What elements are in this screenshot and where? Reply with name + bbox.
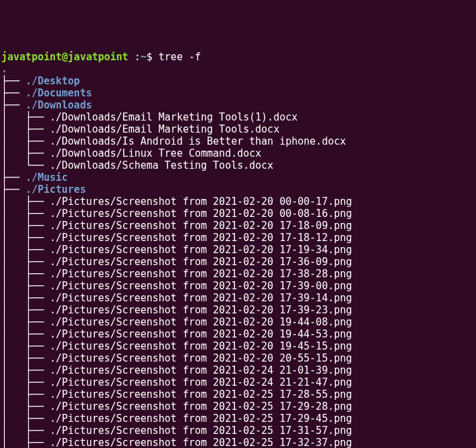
file-name: ./Pictures/Screenshot from 2021-02-20 17… (50, 304, 352, 316)
file-name: ./Pictures/Screenshot from 2021-02-24 21… (50, 364, 352, 376)
file-name: ./Pictures/Screenshot from 2021-02-20 00… (50, 208, 352, 220)
file-name: ./Pictures/Screenshot from 2021-02-20 17… (50, 232, 352, 244)
tree-branch: │ ├── (1, 340, 50, 352)
tree-row-dir: ├── ./Pictures (1, 183, 86, 196)
downloads-file-list: │ ├── ./Downloads/Email Marketing Tools(… (1, 111, 346, 171)
file-name: ./Pictures/Screenshot from 2021-02-20 17… (50, 292, 352, 304)
tree-branch: │ ├── (1, 292, 50, 304)
prompt-line[interactable]: javatpoint@javatpoint :~$ tree -f (1, 51, 201, 63)
tree-row-file: │ ├── ./Pictures/Screenshot from 2021-02… (1, 220, 352, 232)
tree-branch: │ ├── (1, 304, 50, 316)
tree-branch: │ └── (1, 159, 50, 171)
tree-row-file: │ ├── ./Pictures/Screenshot from 2021-02… (1, 244, 352, 256)
file-name: ./Pictures/Screenshot from 2021-02-24 21… (50, 376, 352, 388)
dir-desktop: ./Desktop (25, 75, 80, 87)
tree-branch: │ ├── (1, 413, 50, 425)
dir-music: ./Music (25, 171, 68, 183)
file-name: ./Pictures/Screenshot from 2021-02-20 19… (50, 340, 352, 352)
tree-root: . (1, 63, 7, 75)
tree-row-file: │ ├── ./Pictures/Screenshot from 2021-02… (1, 208, 352, 220)
tree-branch: │ ├── (1, 328, 50, 340)
tree-branch: │ ├── (1, 388, 50, 400)
tree-row-file: │ └── ./Downloads/Schema Testing Tools.d… (1, 159, 273, 171)
tree-branch: │ ├── (1, 400, 50, 413)
tree-branch: │ ├── (1, 147, 50, 159)
terminal-output: javatpoint@javatpoint :~$ tree -f . ├── … (1, 51, 475, 448)
file-name: ./Downloads/Email Marketing Tools.docx (50, 123, 279, 135)
tree-row-file: │ ├── ./Pictures/Screenshot from 2021-02… (1, 352, 352, 364)
dir-downloads: ./Downloads (25, 99, 92, 111)
tree-branch: │ ├── (1, 135, 50, 147)
tree-row-file: │ ├── ./Pictures/Screenshot from 2021-02… (1, 268, 352, 280)
tree-branch: │ ├── (1, 232, 50, 244)
tree-branch: │ ├── (1, 376, 50, 388)
file-name: ./Pictures/Screenshot from 2021-02-20 19… (50, 328, 352, 340)
file-name: ./Pictures/Screenshot from 2021-02-20 17… (50, 244, 352, 256)
tree-branch: │ ├── (1, 364, 50, 376)
tree-branch: │ ├── (1, 256, 50, 268)
tree-row-file: │ ├── ./Downloads/Is Android is Better t… (1, 135, 346, 147)
tree-row-dir: ├── ./Music (1, 171, 68, 183)
file-name: ./Pictures/Screenshot from 2021-02-20 17… (50, 280, 352, 292)
file-name: ./Pictures/Screenshot from 2021-02-25 17… (50, 437, 352, 448)
tree-branch: │ ├── (1, 425, 50, 437)
file-name: ./Downloads/Schema Testing Tools.docx (50, 159, 273, 171)
file-name: ./Pictures/Screenshot from 2021-02-25 17… (50, 413, 352, 425)
tree-row-file: │ ├── ./Pictures/Screenshot from 2021-02… (1, 292, 352, 304)
command-text: tree -f (159, 51, 201, 63)
file-name: ./Downloads/Is Android is Better than ip… (50, 135, 346, 147)
file-name: ./Pictures/Screenshot from 2021-02-20 20… (50, 352, 352, 364)
tree-row-file: │ ├── ./Pictures/Screenshot from 2021-02… (1, 437, 352, 448)
file-name: ./Pictures/Screenshot from 2021-02-20 19… (50, 316, 352, 328)
tree-branch: │ ├── (1, 123, 50, 135)
tree-row-file: │ ├── ./Pictures/Screenshot from 2021-02… (1, 196, 352, 208)
tree-row-file: │ ├── ./Pictures/Screenshot from 2021-02… (1, 413, 352, 425)
tree-branch: │ ├── (1, 244, 50, 256)
file-name: ./Pictures/Screenshot from 2021-02-20 17… (50, 268, 352, 280)
prompt-user-host: javatpoint@javatpoint (1, 51, 129, 63)
tree-row-file: │ ├── ./Pictures/Screenshot from 2021-02… (1, 280, 352, 292)
prompt-path: ~ (141, 51, 147, 63)
tree-row-file: │ ├── ./Downloads/Linux Tree Command.doc… (1, 147, 261, 159)
tree-row-file: │ ├── ./Pictures/Screenshot from 2021-02… (1, 340, 352, 352)
file-name: ./Downloads/Email Marketing Tools(1).doc… (50, 111, 297, 123)
tree-row-file: │ ├── ./Pictures/Screenshot from 2021-02… (1, 316, 352, 328)
file-name: ./Pictures/Screenshot from 2021-02-20 17… (50, 220, 352, 232)
file-name: ./Pictures/Screenshot from 2021-02-20 00… (50, 196, 352, 208)
tree-row-file: │ ├── ./Downloads/Email Marketing Tools(… (1, 111, 298, 123)
prompt-suffix: $ (147, 51, 159, 63)
file-name: ./Pictures/Screenshot from 2021-02-25 17… (50, 425, 352, 437)
tree-branch: │ ├── (1, 352, 50, 364)
tree-branch: │ ├── (1, 111, 50, 123)
tree-branch: │ ├── (1, 437, 50, 448)
tree-row-dir: ├── ./Downloads (1, 99, 92, 111)
tree-branch: │ ├── (1, 268, 50, 280)
file-name: ./Pictures/Screenshot from 2021-02-25 17… (50, 400, 352, 413)
tree-row-file: │ ├── ./Pictures/Screenshot from 2021-02… (1, 304, 352, 316)
tree-row-file: │ ├── ./Pictures/Screenshot from 2021-02… (1, 256, 352, 268)
tree-row-file: │ ├── ./Pictures/Screenshot from 2021-02… (1, 425, 352, 437)
tree-row-file: │ ├── ./Pictures/Screenshot from 2021-02… (1, 388, 352, 400)
tree-row-file: │ ├── ./Pictures/Screenshot from 2021-02… (1, 400, 352, 413)
tree-row-dir: ├── ./Documents (1, 87, 92, 99)
tree-branch: │ ├── (1, 196, 50, 208)
file-name: ./Downloads/Linux Tree Command.docx (50, 147, 261, 159)
tree-row-file: │ ├── ./Pictures/Screenshot from 2021-02… (1, 376, 352, 388)
tree-row-dir: ├── ./Desktop (1, 75, 80, 87)
tree-row-file: │ ├── ./Pictures/Screenshot from 2021-02… (1, 364, 352, 376)
tree-branch: │ ├── (1, 208, 50, 220)
dir-pictures: ./Pictures (25, 183, 86, 196)
file-name: ./Pictures/Screenshot from 2021-02-25 17… (50, 388, 352, 400)
tree-row-file: │ ├── ./Pictures/Screenshot from 2021-02… (1, 232, 352, 244)
tree-row-file: │ ├── ./Downloads/Email Marketing Tools.… (1, 123, 279, 135)
tree-branch: │ ├── (1, 316, 50, 328)
tree-branch: │ ├── (1, 220, 50, 232)
tree-branch: │ ├── (1, 280, 50, 292)
pictures-file-list: │ ├── ./Pictures/Screenshot from 2021-02… (1, 196, 352, 448)
file-name: ./Pictures/Screenshot from 2021-02-20 17… (50, 256, 352, 268)
tree-row-file: │ ├── ./Pictures/Screenshot from 2021-02… (1, 328, 352, 340)
dir-documents: ./Documents (25, 87, 92, 99)
prompt-colon: : (129, 51, 141, 63)
